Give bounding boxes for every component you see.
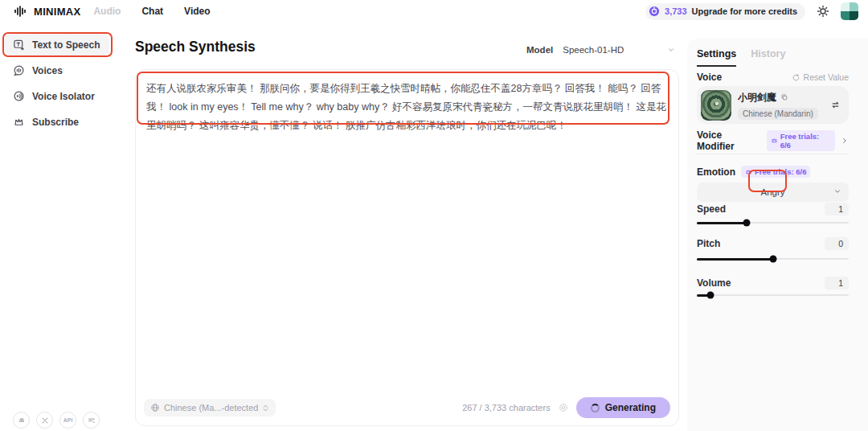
credit-cost-icon [559,403,568,413]
user-avatar[interactable] [841,2,858,20]
voice-modifier-trials-badge: Free trials: 6/6 [767,130,835,151]
voice-modifier-row[interactable]: Voice Modifier Free trials: 6/6 [697,133,849,154]
reset-value-button[interactable]: Reset Value [792,72,849,82]
char-count: 267 / 3,733 characters [462,403,550,413]
crown-icon [745,168,752,175]
crown-icon [13,116,25,128]
credits-count: 3,733 [665,6,687,16]
nav-tab-video[interactable]: Video [184,6,210,17]
theme-toggle-icon[interactable] [817,5,829,18]
model-value: Speech-01-HD [563,45,624,55]
slider-knob[interactable] [769,256,776,263]
chevron-down-icon [833,187,841,195]
emotion-label: Emotion [697,166,735,178]
pitch-slider[interactable] [697,258,849,260]
updown-arrows-icon [262,404,269,413]
voice-name: 小明剑魔 [738,91,776,105]
voice-section-header: Voice Reset Value [697,72,849,83]
slider-fill [697,258,773,261]
swap-voice-icon[interactable] [830,100,841,110]
x-twitter-button[interactable] [36,412,53,429]
speed-value: 1 [825,203,849,216]
reset-icon [792,73,800,82]
header-right: 3,733 Upgrade for more credits [645,2,858,20]
voice-meta: 小明剑魔 Chinese (Mandarin) [738,91,818,120]
sidebar-item-label: Voice Isolator [32,91,95,102]
volume-label: Volume [697,277,731,289]
sidebar-item-voice-isolator[interactable]: Voice Isolator [5,85,109,107]
emotion-value: Angry [697,183,849,202]
minimax-audio-app: MINIMAX Audio Chat Video 3,733 Upgrade f… [0,0,868,431]
voice-isolator-icon [13,90,25,102]
product-nav: Audio Chat Video [93,6,210,17]
sidebar-item-label: Voices [32,65,63,76]
pitch-value: 0 [825,237,849,250]
voice-label: Voice [697,72,722,83]
emotion-section-header: Emotion Free trials: 6/6 [697,166,849,178]
pitch-label: Pitch [697,238,720,249]
discord-button[interactable] [13,412,30,429]
generate-button[interactable]: Generating [576,397,670,418]
sidebar: Text to Speech Voices Voice Isolator [5,34,125,137]
volume-slider-header: Volume 1 [697,277,849,289]
volume-slider[interactable] [697,294,849,296]
text-editor-panel: 还有人说朕农家乐审美！ 那朕问你，要是你得到王羲之快雪时晴帖，你能忍住不盖28方… [135,69,679,426]
slider-knob[interactable] [743,220,751,227]
language-select[interactable]: Chinese (Ma...-detected [144,399,276,417]
sidebar-item-label: Text to Speech [32,39,100,51]
editor-text-input[interactable]: 还有人说朕农家乐审美！ 那朕问你，要是你得到王羲之快雪时晴帖，你能忍住不盖28方… [146,80,668,135]
settings-tabs: Settings History [697,48,849,67]
api-button[interactable]: API [59,412,76,429]
model-select[interactable]: Model Speech-01-HD [526,42,675,58]
discord-icon [17,416,27,425]
crown-icon [771,137,778,144]
generate-button-label: Generating [605,402,656,413]
pitch-slider-header: Pitch 0 [697,237,849,250]
speed-label: Speed [697,203,726,215]
language-value: Chinese (Ma...-detected [164,403,258,413]
text-to-speech-icon [13,39,25,51]
sidebar-item-text-to-speech[interactable]: Text to Speech [5,34,109,55]
voice-card[interactable]: 小明剑魔 Chinese (Mandarin) [697,86,849,124]
settings-panel: Settings History Voice Reset Value 小明剑魔 [687,39,868,431]
sidebar-footer: API [13,412,100,429]
x-icon [41,417,49,425]
nav-tab-chat[interactable]: Chat [141,6,163,17]
spinner-icon [591,404,600,413]
changelog-button[interactable] [83,412,100,429]
nav-tab-audio[interactable]: Audio [93,6,121,17]
speed-slider-header: Speed 1 [697,203,849,216]
emotion-select[interactable]: Angry [697,183,849,202]
chevron-right-icon [841,137,849,145]
emotion-trials-badge: Free trials: 6/6 [741,166,810,178]
page-title: Speech Synthesis [135,39,256,55]
voice-language-badge: Chinese (Mandarin) [738,108,818,120]
changelog-icon [87,416,96,425]
copy-icon[interactable] [780,93,788,101]
api-label: API [63,417,73,423]
editor-footer-right: 267 / 3,733 characters Generating [462,397,670,418]
speed-slider[interactable] [697,222,849,224]
chevron-down-icon [667,46,675,54]
minimax-logo-icon [13,5,27,18]
brand-name: MINIMAX [34,6,80,18]
editor-footer: Chinese (Ma...-detected 267 / 3,733 char… [144,397,670,418]
slider-knob[interactable] [707,292,714,299]
sidebar-item-voices[interactable]: Voices [5,60,109,81]
sidebar-item-label: Subscribe [32,117,79,128]
upgrade-link[interactable]: Upgrade for more credits [692,6,797,16]
volume-value: 1 [825,277,849,289]
voice-modifier-label: Voice Modifier [697,129,761,152]
tab-settings[interactable]: Settings [697,48,736,67]
sidebar-item-subscribe[interactable]: Subscribe [5,111,109,133]
credits-pill[interactable]: 3,733 Upgrade for more credits [645,3,805,20]
coin-icon [649,6,660,17]
voices-icon [13,64,25,76]
voice-avatar [701,90,731,121]
slider-fill [697,222,747,224]
top-header: MINIMAX Audio Chat Video 3,733 Upgrade f… [0,0,868,23]
globe-icon [150,403,160,413]
model-label: Model [526,45,553,55]
tab-history[interactable]: History [751,48,785,67]
